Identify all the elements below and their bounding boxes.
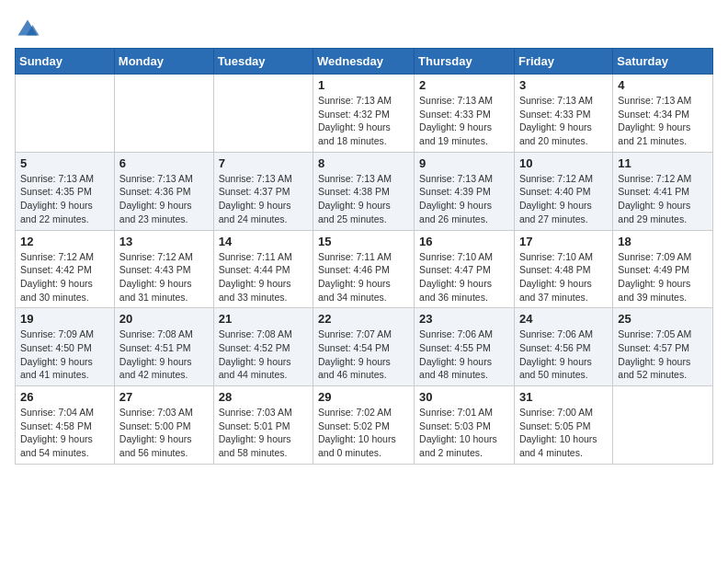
day-info: Sunrise: 7:13 AMSunset: 4:33 PMDaylight:…: [519, 94, 608, 148]
sunrise-text: Sunrise: 7:06 AM: [419, 327, 509, 341]
sunrise-text: Sunrise: 7:11 AM: [219, 250, 308, 264]
day-number: 25: [618, 312, 708, 326]
day-info: Sunrise: 7:02 AMSunset: 5:02 PMDaylight:…: [318, 406, 409, 460]
sunrise-text: Sunrise: 7:10 AM: [419, 250, 509, 264]
daylight-text: Daylight: 9 hours and 44 minutes.: [219, 355, 308, 382]
sunset-text: Sunset: 4:33 PM: [519, 108, 608, 121]
daylight-text: Daylight: 9 hours and 20 minutes.: [519, 121, 608, 147]
day-info: Sunrise: 7:09 AMSunset: 4:50 PMDaylight:…: [20, 327, 109, 382]
day-number: 15: [318, 235, 409, 248]
calendar-cell: 24Sunrise: 7:06 AMSunset: 4:56 PMDayligh…: [514, 308, 612, 386]
day-info: Sunrise: 7:13 AMSunset: 4:39 PMDaylight:…: [419, 172, 509, 226]
daylight-text: Daylight: 9 hours and 21 minutes.: [618, 121, 708, 147]
day-info: Sunrise: 7:06 AMSunset: 4:55 PMDaylight:…: [419, 327, 509, 382]
daylight-text: Daylight: 10 hours and 2 minutes.: [419, 432, 509, 459]
day-number: 13: [119, 235, 209, 248]
sunset-text: Sunset: 4:57 PM: [618, 341, 708, 355]
weekday-header-row: SundayMondayTuesdayWednesdayThursdayFrid…: [16, 49, 713, 75]
day-number: 20: [119, 312, 209, 326]
day-number: 19: [20, 312, 109, 326]
sunrise-text: Sunrise: 7:13 AM: [318, 172, 409, 186]
day-number: 10: [519, 156, 608, 170]
sunrise-text: Sunrise: 7:11 AM: [318, 250, 409, 264]
day-number: 4: [618, 78, 708, 92]
day-number: 26: [20, 390, 109, 404]
sunrise-text: Sunrise: 7:13 AM: [119, 172, 209, 186]
sunset-text: Sunset: 4:50 PM: [20, 341, 109, 355]
sunset-text: Sunset: 4:44 PM: [219, 263, 308, 277]
sunrise-text: Sunrise: 7:05 AM: [618, 327, 708, 341]
weekday-header: Thursday: [415, 49, 515, 75]
calendar-cell: 10Sunrise: 7:12 AMSunset: 4:40 PMDayligh…: [514, 152, 612, 230]
calendar-cell: 6Sunrise: 7:13 AMSunset: 4:36 PMDaylight…: [114, 152, 213, 230]
sunrise-text: Sunrise: 7:09 AM: [618, 250, 708, 264]
calendar-cell: 17Sunrise: 7:10 AMSunset: 4:48 PMDayligh…: [514, 230, 612, 308]
page: SundayMondayTuesdayWednesdayThursdayFrid…: [0, 0, 728, 479]
calendar-cell: 20Sunrise: 7:08 AMSunset: 4:51 PMDayligh…: [114, 308, 213, 386]
calendar-week-row: 12Sunrise: 7:12 AMSunset: 4:42 PMDayligh…: [16, 230, 713, 308]
sunrise-text: Sunrise: 7:08 AM: [119, 327, 209, 341]
day-info: Sunrise: 7:09 AMSunset: 4:49 PMDaylight:…: [618, 250, 708, 304]
sunrise-text: Sunrise: 7:12 AM: [20, 250, 109, 264]
sunrise-text: Sunrise: 7:03 AM: [219, 406, 308, 419]
calendar-cell: 29Sunrise: 7:02 AMSunset: 5:02 PMDayligh…: [313, 386, 415, 465]
day-info: Sunrise: 7:08 AMSunset: 4:52 PMDaylight:…: [219, 327, 308, 382]
calendar-cell: 1Sunrise: 7:13 AMSunset: 4:32 PMDaylight…: [313, 75, 415, 153]
sunrise-text: Sunrise: 7:06 AM: [519, 327, 608, 341]
day-info: Sunrise: 7:13 AMSunset: 4:38 PMDaylight:…: [318, 172, 409, 226]
calendar-cell: 28Sunrise: 7:03 AMSunset: 5:01 PMDayligh…: [213, 386, 313, 465]
sunset-text: Sunset: 5:01 PM: [219, 419, 308, 433]
logo-icon: [15, 15, 40, 40]
calendar-cell: 18Sunrise: 7:09 AMSunset: 4:49 PMDayligh…: [613, 230, 713, 308]
sunset-text: Sunset: 4:56 PM: [519, 341, 608, 355]
day-number: 24: [519, 312, 608, 326]
daylight-text: Daylight: 9 hours and 24 minutes.: [219, 199, 308, 225]
day-info: Sunrise: 7:12 AMSunset: 4:41 PMDaylight:…: [618, 172, 708, 226]
sunset-text: Sunset: 4:47 PM: [419, 263, 509, 277]
sunset-text: Sunset: 4:55 PM: [419, 341, 509, 355]
sunrise-text: Sunrise: 7:13 AM: [618, 94, 708, 108]
day-info: Sunrise: 7:13 AMSunset: 4:36 PMDaylight:…: [119, 172, 209, 226]
day-info: Sunrise: 7:06 AMSunset: 4:56 PMDaylight:…: [519, 327, 608, 382]
sunrise-text: Sunrise: 7:13 AM: [219, 172, 308, 186]
daylight-text: Daylight: 9 hours and 31 minutes.: [119, 277, 209, 304]
day-info: Sunrise: 7:05 AMSunset: 4:57 PMDaylight:…: [618, 327, 708, 382]
calendar-week-row: 1Sunrise: 7:13 AMSunset: 4:32 PMDaylight…: [16, 75, 713, 153]
sunrise-text: Sunrise: 7:12 AM: [519, 172, 608, 186]
logo: [15, 9, 44, 40]
day-number: 5: [20, 156, 109, 170]
calendar-cell: 5Sunrise: 7:13 AMSunset: 4:35 PMDaylight…: [16, 152, 115, 230]
day-number: 3: [519, 78, 608, 92]
sunset-text: Sunset: 4:36 PM: [119, 185, 209, 199]
daylight-text: Daylight: 9 hours and 54 minutes.: [20, 432, 109, 459]
sunrise-text: Sunrise: 7:13 AM: [519, 94, 608, 108]
calendar-week-row: 19Sunrise: 7:09 AMSunset: 4:50 PMDayligh…: [16, 308, 713, 386]
calendar-cell: 30Sunrise: 7:01 AMSunset: 5:03 PMDayligh…: [415, 386, 515, 465]
sunset-text: Sunset: 4:49 PM: [618, 263, 708, 277]
day-info: Sunrise: 7:01 AMSunset: 5:03 PMDaylight:…: [419, 406, 509, 460]
sunrise-text: Sunrise: 7:00 AM: [519, 406, 608, 419]
sunset-text: Sunset: 4:38 PM: [318, 185, 409, 199]
daylight-text: Daylight: 9 hours and 37 minutes.: [519, 277, 608, 304]
calendar-week-row: 5Sunrise: 7:13 AMSunset: 4:35 PMDaylight…: [16, 152, 713, 230]
sunrise-text: Sunrise: 7:01 AM: [419, 406, 509, 419]
calendar: SundayMondayTuesdayWednesdayThursdayFrid…: [15, 48, 713, 465]
day-info: Sunrise: 7:00 AMSunset: 5:05 PMDaylight:…: [519, 406, 608, 460]
day-info: Sunrise: 7:12 AMSunset: 4:42 PMDaylight:…: [20, 250, 109, 304]
weekday-header: Saturday: [613, 49, 713, 75]
calendar-cell: 13Sunrise: 7:12 AMSunset: 4:43 PMDayligh…: [114, 230, 213, 308]
calendar-cell: 21Sunrise: 7:08 AMSunset: 4:52 PMDayligh…: [213, 308, 313, 386]
daylight-text: Daylight: 9 hours and 30 minutes.: [20, 277, 109, 304]
calendar-cell: [16, 75, 115, 153]
sunset-text: Sunset: 5:03 PM: [419, 419, 509, 433]
daylight-text: Daylight: 9 hours and 58 minutes.: [219, 432, 308, 459]
day-number: 17: [519, 235, 608, 248]
sunrise-text: Sunrise: 7:12 AM: [618, 172, 708, 186]
sunset-text: Sunset: 4:35 PM: [20, 185, 109, 199]
daylight-text: Daylight: 9 hours and 36 minutes.: [419, 277, 509, 304]
day-info: Sunrise: 7:13 AMSunset: 4:37 PMDaylight:…: [219, 172, 308, 226]
weekday-header: Friday: [514, 49, 612, 75]
sunrise-text: Sunrise: 7:13 AM: [20, 172, 109, 186]
day-number: 27: [119, 390, 209, 404]
day-info: Sunrise: 7:13 AMSunset: 4:33 PMDaylight:…: [419, 94, 509, 148]
